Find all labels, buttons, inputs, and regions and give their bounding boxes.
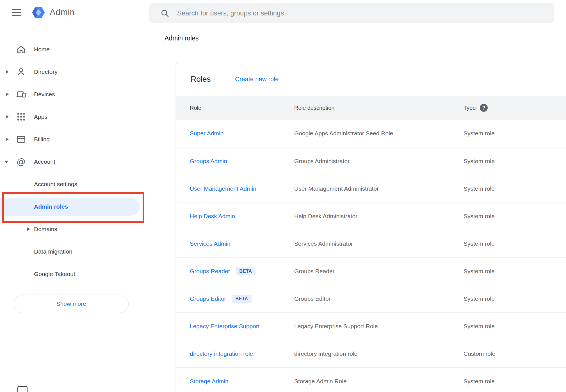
table-row: Groups ReaderBETAGroups ReaderSystem rol… (176, 257, 566, 285)
role-description: Groups Editor (294, 295, 464, 302)
chevron-right-icon[interactable] (6, 93, 9, 96)
role-link[interactable]: Help Desk Admin (190, 213, 235, 220)
role-description: Groups Administrator (294, 158, 464, 165)
chevron-right-icon[interactable] (6, 70, 9, 74)
table-row: Help Desk AdminHelp Desk AdministratorSy… (176, 202, 566, 230)
role-cell: directory integration role (190, 350, 294, 357)
table-row: Storage AdminStorage Admin RoleSystem ro… (176, 367, 566, 392)
admin-logo-icon (32, 7, 45, 18)
sidebar-item-label: Domains (34, 226, 57, 233)
role-description: Storage Admin Role (294, 378, 464, 385)
roles-card-header: Roles Create new role (176, 62, 566, 96)
sidebar-item-account-settings[interactable]: Account settings (0, 173, 149, 195)
role-link[interactable]: Groups Reader (190, 268, 230, 275)
billing-icon (16, 134, 26, 144)
role-link[interactable]: Groups Editor (190, 295, 226, 302)
card-title: Roles (191, 75, 211, 84)
role-cell: Super Admin (190, 130, 294, 137)
menu-icon[interactable] (12, 9, 21, 16)
sidebar-item-label: Data migration (34, 248, 72, 255)
sidebar-header: Admin (0, 0, 75, 25)
table-row: Legacy Enterprise SupportLegacy Enterpri… (176, 312, 566, 340)
sidebar-item-label: Home (34, 46, 50, 53)
role-description: Groups Reader (294, 268, 464, 275)
sidebar-item-label: Apps (34, 113, 47, 120)
sidebar-item-label: Devices (34, 91, 55, 98)
column-header-type-label: Type (464, 105, 476, 111)
table-row: Groups AdminGroups AdministratorSystem r… (176, 147, 566, 175)
role-type: System role (464, 378, 566, 385)
sidebar-item-label: Account (34, 158, 55, 165)
roles-card: Roles Create new role Role Role descript… (176, 62, 566, 392)
beta-badge: BETA (232, 295, 252, 303)
sidebar-item-label: Billing (34, 136, 50, 143)
show-more-button[interactable]: Show more (14, 295, 129, 313)
column-header-role: Role (190, 105, 294, 111)
sidebar-item-billing[interactable]: Billing (0, 128, 149, 151)
chevron-right-icon[interactable] (6, 115, 9, 118)
role-cell: Groups Admin (190, 158, 294, 165)
role-type: System role (464, 268, 566, 275)
column-header-type: Type ? (464, 104, 566, 112)
sidebar-item-google-takeout[interactable]: Google Takeout (0, 263, 149, 285)
role-description: User Management Administrator (294, 185, 464, 192)
chevron-right-icon[interactable] (27, 227, 30, 231)
main-content: Admin roles Roles Create new role Role R… (149, 0, 566, 392)
role-link[interactable]: Super Admin (190, 130, 223, 137)
role-cell: Storage Admin (190, 378, 294, 385)
role-link[interactable]: Storage Admin (190, 378, 229, 385)
role-link[interactable]: Legacy Enterprise Support (190, 323, 260, 330)
search-input[interactable] (177, 9, 554, 17)
person-icon (16, 67, 26, 77)
table-row: Super AdminGoogle Apps Administrator See… (176, 120, 566, 147)
sidebar-item-devices[interactable]: Devices (0, 83, 149, 106)
role-cell: Groups ReaderBETA (190, 267, 294, 275)
help-icon[interactable]: ? (480, 104, 488, 112)
sidebar-item-apps[interactable]: Apps (0, 106, 149, 128)
role-type: Custom role (464, 350, 566, 357)
sidebar-nav: HomeDirectoryDevicesAppsBilling@AccountA… (0, 38, 149, 285)
roles-table-body: Super AdminGoogle Apps Administrator See… (176, 120, 566, 392)
sidebar-item-admin-roles[interactable]: Admin roles (0, 195, 149, 218)
role-description: directory integration role (294, 350, 464, 357)
role-link[interactable]: directory integration role (190, 350, 253, 357)
sidebar-item-data-migration[interactable]: Data migration (0, 240, 149, 263)
role-link[interactable]: Groups Admin (190, 158, 227, 165)
sidebar-item-home[interactable]: Home (0, 38, 149, 61)
devices-icon (16, 89, 26, 99)
search-bar[interactable] (149, 3, 554, 23)
role-description: Google Apps Administrator Seed Role (294, 130, 464, 137)
chevron-right-icon[interactable] (6, 138, 9, 141)
sidebar-item-label: Google Takeout (34, 271, 75, 277)
role-type: System role (464, 185, 566, 192)
header-divider (149, 49, 566, 49)
table-row: Groups EditorBETAGroups EditorSystem rol… (176, 285, 566, 312)
home-icon (16, 44, 26, 54)
role-description: Services Administrator (294, 240, 464, 247)
sidebar-divider (0, 381, 144, 381)
role-link[interactable]: Services Admin (190, 240, 230, 247)
role-type: System role (464, 323, 566, 330)
role-cell: Legacy Enterprise Support (190, 323, 294, 330)
search-icon (160, 9, 169, 18)
chevron-down-icon[interactable] (5, 161, 8, 163)
sidebar-item-domains[interactable]: Domains (0, 218, 149, 240)
sidebar: Admin HomeDirectoryDevicesAppsBilling@Ac… (0, 0, 149, 392)
breadcrumb: Admin roles (165, 35, 198, 42)
beta-badge: BETA (236, 267, 256, 275)
table-row: Services AdminServices AdministratorSyst… (176, 230, 566, 257)
table-row: directory integration roledirectory inte… (176, 340, 566, 367)
sidebar-item-directory[interactable]: Directory (0, 61, 149, 83)
column-header-description: Role description (294, 105, 464, 111)
role-type: System role (464, 213, 566, 220)
role-type: System role (464, 240, 566, 247)
admin-logo-text: Admin (50, 7, 75, 17)
role-type: System role (464, 158, 566, 165)
role-link[interactable]: User Management Admin (190, 185, 256, 192)
sidebar-item-account[interactable]: @Account (0, 151, 149, 173)
role-description: Legacy Enterprise Support Role (294, 323, 464, 330)
role-cell: Services Admin (190, 240, 294, 247)
create-new-role-link[interactable]: Create new role (235, 76, 279, 83)
role-cell: Help Desk Admin (190, 213, 294, 220)
sidebar-item-label: Account settings (34, 181, 77, 188)
